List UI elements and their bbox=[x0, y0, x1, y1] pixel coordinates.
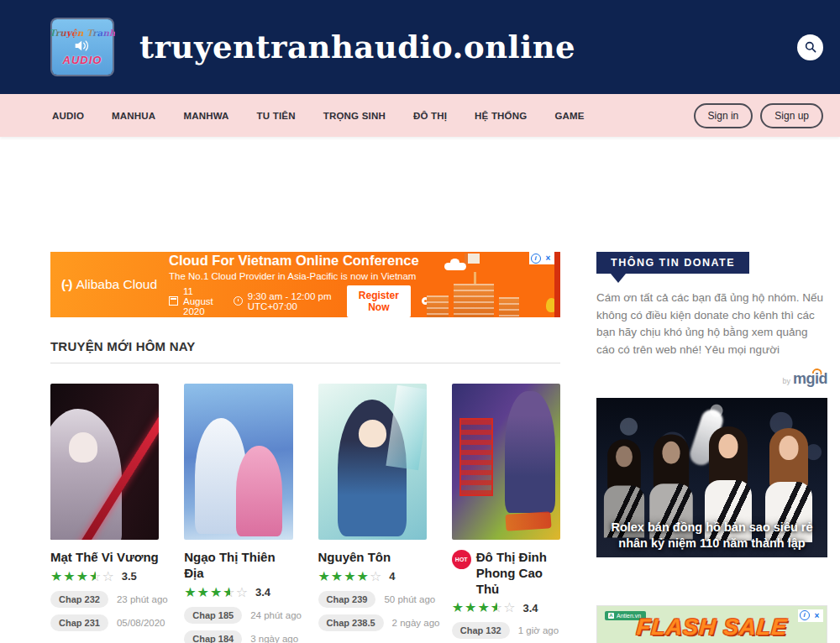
native-ad-title[interactable]: Rolex bán đồng hồ bản sao siêu rẻ nhân k… bbox=[596, 520, 827, 552]
comic-card: HOT Đô Thị Đỉnh Phong Cao Thủ ★★★★☆☆ 3.4… bbox=[452, 384, 560, 643]
comic-rating: ★★★★☆☆ 3.4 bbox=[184, 586, 292, 599]
comic-cover[interactable] bbox=[452, 384, 560, 540]
nav-item[interactable]: TRỌNG SINH bbox=[323, 111, 386, 121]
chapter-row: Chap 232 23 phút ago bbox=[50, 591, 159, 608]
star-icon: ★ bbox=[197, 586, 210, 599]
rating-stars: ★★★★☆☆ bbox=[184, 586, 249, 599]
sign-in-button[interactable]: Sign in bbox=[694, 103, 753, 128]
chapter-link[interactable]: Chap 184 bbox=[184, 630, 242, 643]
rating-stars: ★★★★☆ bbox=[318, 570, 383, 583]
chapter-time: 2 ngày ago bbox=[392, 618, 440, 628]
chapter-row: Chap 238.5 2 ngày ago bbox=[318, 614, 427, 631]
comic-cover[interactable] bbox=[184, 384, 292, 540]
star-half-icon: ★☆ bbox=[89, 570, 102, 583]
search-button[interactable] bbox=[797, 34, 823, 60]
comic-title[interactable]: Nguyên Tôn bbox=[318, 550, 391, 566]
nav-item[interactable]: MANHUA bbox=[112, 111, 155, 121]
star-half-icon: ★☆ bbox=[223, 586, 235, 599]
ad-info-icon[interactable]: i bbox=[798, 609, 811, 622]
chapter-link[interactable]: Chap 239 bbox=[318, 591, 376, 608]
star-half-icon: ★☆ bbox=[491, 601, 503, 614]
comic-rating: ★★★★☆☆ 3.4 bbox=[452, 601, 560, 614]
nav-item[interactable]: GAME bbox=[554, 111, 584, 121]
chapter-row: Chap 132 1 giờ ago bbox=[452, 622, 560, 639]
comic-card-list: Mạt Thế Vi Vương ★★★★☆☆ 3.5 Chap 232 23 … bbox=[50, 384, 560, 643]
star-icon: ★ bbox=[357, 570, 370, 583]
chapter-list: Chap 132 1 giờ ago Chap 131 05/08/2020 bbox=[452, 622, 560, 643]
content-area: (-) Alibaba Cloud Cloud For Vietnam Onli… bbox=[0, 252, 840, 643]
landmark-building-shape bbox=[454, 284, 494, 317]
comic-card: Ngạo Thị Thiên Địa ★★★★☆☆ 3.4 Chap 185 2… bbox=[184, 384, 292, 643]
giftbox-icon bbox=[465, 254, 480, 264]
ad-close-icon[interactable]: × bbox=[542, 252, 554, 264]
star-icon: ★ bbox=[477, 601, 490, 614]
star-icon: ★ bbox=[344, 570, 356, 583]
native-ad[interactable]: Rolex bán đồng hồ bản sao siêu rẻ nhân k… bbox=[596, 398, 827, 557]
chapter-time: 24 phút ago bbox=[250, 610, 302, 620]
flash-sale-ad[interactable]: A Antien.vn FLASH SALE XEM NGAY i × bbox=[596, 605, 827, 643]
chapter-list: Chap 232 23 phút ago Chap 231 05/08/2020 bbox=[50, 591, 159, 631]
site-logo[interactable]: Truyện Tranh AUDIO bbox=[52, 19, 113, 75]
star-empty-icon: ☆ bbox=[370, 570, 382, 583]
comic-cover[interactable] bbox=[318, 384, 427, 540]
main-column: (-) Alibaba Cloud Cloud For Vietnam Onli… bbox=[50, 252, 560, 643]
speaker-icon bbox=[74, 39, 91, 53]
star-icon: ★ bbox=[184, 586, 197, 599]
star-icon: ★ bbox=[331, 570, 344, 583]
star-icon: ★ bbox=[465, 601, 477, 614]
nav-item[interactable]: HỆ THỐNG bbox=[475, 111, 527, 121]
nav-item[interactable]: MANHWA bbox=[183, 111, 228, 121]
calendar-icon bbox=[169, 296, 178, 306]
comic-cover[interactable] bbox=[50, 384, 159, 540]
chapter-list: Chap 185 24 phút ago Chap 184 3 ngày ago bbox=[184, 607, 292, 643]
star-empty-icon: ☆ bbox=[503, 601, 516, 614]
star-icon: ★ bbox=[50, 570, 63, 583]
chapter-link[interactable]: Chap 232 bbox=[50, 591, 108, 608]
banner-ad-title: Cloud For Vietnam Online Conference bbox=[169, 253, 429, 269]
sign-up-button[interactable]: Sign up bbox=[760, 103, 823, 128]
mgid-attribution[interactable]: bymgid bbox=[596, 370, 827, 388]
comic-title-row: Nguyên Tôn bbox=[318, 550, 427, 566]
sidebar: THÔNG TIN DONATE Cám ơn tất cả các bạn đ… bbox=[596, 252, 827, 643]
comic-title-row: Ngạo Thị Thiên Địa bbox=[184, 550, 292, 582]
rating-stars: ★★★★☆☆ bbox=[50, 570, 115, 583]
nav-item[interactable]: ĐÔ THỊ bbox=[413, 111, 447, 121]
chapter-link[interactable]: Chap 185 bbox=[184, 607, 242, 624]
rating-value: 4 bbox=[389, 570, 395, 583]
main-nav: AUDIO MANHUA MANHWA TU TIÊN TRỌNG SINH Đ… bbox=[0, 94, 840, 137]
ad-info-icon[interactable]: i bbox=[529, 252, 542, 264]
section-title: TRUYỆN MỚI HÔM NAY bbox=[50, 339, 560, 363]
rating-value: 3.4 bbox=[255, 586, 270, 599]
rating-value: 3.5 bbox=[122, 570, 137, 583]
chapter-link[interactable]: Chap 132 bbox=[452, 622, 510, 639]
banner-ad[interactable]: (-) Alibaba Cloud Cloud For Vietnam Onli… bbox=[50, 252, 560, 317]
star-icon: ★ bbox=[76, 570, 89, 583]
cover-art-decoration bbox=[386, 384, 427, 469]
search-icon bbox=[804, 40, 817, 54]
alibaba-cloud-logo: (-) Alibaba Cloud bbox=[50, 277, 169, 292]
chapter-row: Chap 185 24 phút ago bbox=[184, 607, 292, 624]
comic-rating: ★★★★☆ 4 bbox=[318, 570, 427, 583]
chapter-link[interactable]: Chap 231 bbox=[50, 614, 108, 631]
ad-close-icon[interactable]: × bbox=[811, 609, 823, 622]
banner-ad-schedule: 11 August 2020 9:30 am - 12:00 pm UTC+07… bbox=[169, 285, 429, 317]
comic-title[interactable]: Mạt Thế Vi Vương bbox=[50, 550, 159, 566]
chapter-time: 3 ngày ago bbox=[250, 634, 298, 643]
adchoices: i × bbox=[798, 609, 823, 622]
adchoices: i × bbox=[529, 252, 554, 264]
building-shape bbox=[427, 295, 449, 317]
chapter-time: 1 giờ ago bbox=[518, 625, 559, 635]
alibaba-brand-text: Alibaba Cloud bbox=[76, 277, 158, 292]
chapter-row: Chap 239 50 phút ago bbox=[318, 591, 427, 608]
star-icon: ★ bbox=[210, 586, 223, 599]
chapter-link[interactable]: Chap 238.5 bbox=[318, 614, 384, 631]
banner-ad-copy: Cloud For Vietnam Online Conference The … bbox=[169, 253, 429, 317]
comic-title[interactable]: Ngạo Thị Thiên Địa bbox=[184, 550, 292, 582]
banner-ad-time: 9:30 am - 12:00 pm UTC+07:00 bbox=[248, 291, 333, 311]
nav-item[interactable]: AUDIO bbox=[52, 111, 84, 121]
cover-art-decoration bbox=[459, 418, 493, 496]
cover-art-decoration bbox=[505, 391, 554, 513]
comic-title[interactable]: Đô Thị Đỉnh Phong Cao Thủ bbox=[476, 550, 560, 597]
nav-item[interactable]: TU TIÊN bbox=[257, 111, 296, 121]
register-now-button[interactable]: Register Now bbox=[347, 285, 411, 317]
